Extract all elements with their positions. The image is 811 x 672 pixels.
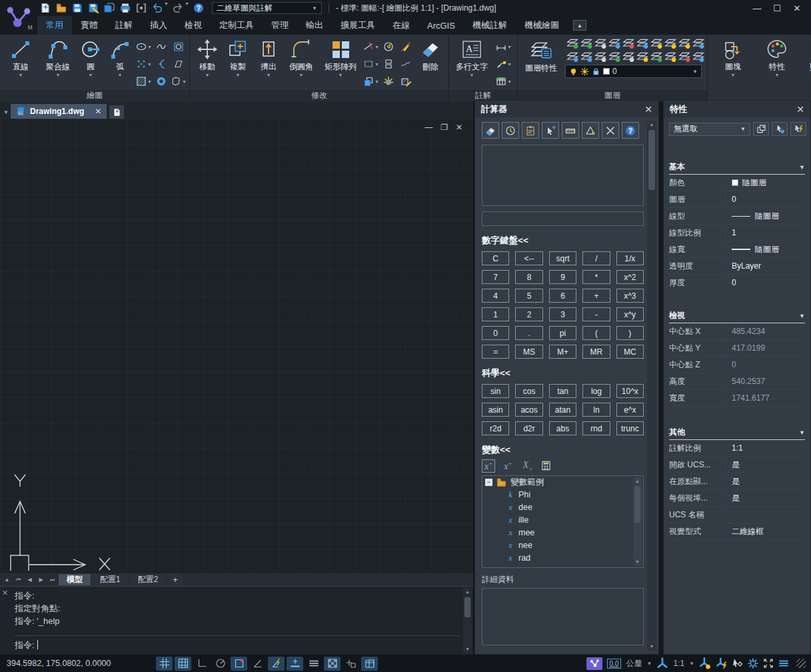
variable-row-vee[interactable]: xvee — [482, 565, 643, 568]
ribbon-tab-擴展工具[interactable]: 擴展工具 — [332, 16, 384, 35]
section-header-檢視[interactable]: 檢視▼ — [669, 309, 805, 323]
leader-button[interactable]: ▼ — [496, 59, 512, 69]
numpad-key-2[interactable]: 2 — [515, 307, 542, 321]
print-icon[interactable] — [117, 1, 133, 15]
numpad-key-6[interactable]: 6 — [549, 289, 576, 303]
new-variable-button[interactable]: x+ — [482, 459, 495, 473]
save-as-icon[interactable] — [85, 1, 101, 15]
layer-selector[interactable]: 0 ▼ — [565, 65, 702, 78]
workspace-selector[interactable]: 二維草圖與註解 ▼ — [212, 2, 322, 14]
property-row-[interactable]: 線型比例1 — [669, 225, 805, 241]
chevron-down-icon[interactable]: ▼ — [689, 661, 694, 667]
sci-key-r2d[interactable]: r2d — [482, 421, 509, 435]
ribbon-tab-插入[interactable]: 插入 — [141, 16, 176, 35]
join-button[interactable] — [383, 59, 394, 69]
ribbon-tab-註解[interactable]: 註解 — [107, 16, 141, 35]
properties-button[interactable]: 特性▼ — [758, 37, 796, 101]
first-layout-icon[interactable]: ⏮ — [13, 575, 23, 585]
clear-button[interactable] — [482, 122, 499, 139]
sci-key-d2r[interactable]: d2r — [515, 421, 542, 435]
help-icon[interactable]: ? — [191, 1, 207, 15]
clear-history-button[interactable] — [602, 122, 619, 139]
clipboard-button[interactable]: 剪貼簿▼ — [802, 37, 811, 101]
sci-key-rnd[interactable]: rnd — [582, 421, 610, 435]
sci-key-10x[interactable]: 10^x — [616, 384, 644, 398]
property-value[interactable]: 1:1 — [726, 440, 805, 456]
panel-label-modify[interactable]: 修改 — [190, 90, 448, 101]
layer-match-icon[interactable] — [580, 37, 592, 49]
open-file-icon[interactable] — [53, 1, 69, 15]
break-button[interactable] — [401, 41, 411, 52]
variable-row-ille[interactable]: xille — [482, 514, 643, 527]
fullscreen-icon[interactable] — [763, 658, 774, 669]
numpad-key-[interactable]: - — [582, 307, 610, 321]
doc-restore-button[interactable]: ❐ — [440, 123, 448, 132]
point-button[interactable]: ▼ — [136, 59, 152, 69]
numpad-key-[interactable]: ) — [616, 326, 644, 340]
wipeout-button[interactable] — [173, 59, 184, 69]
numpad-key-[interactable]: <-- — [515, 251, 542, 265]
ribbon-tab-在線[interactable]: 在線 — [384, 16, 418, 35]
toggle-pickadd-button[interactable] — [753, 122, 769, 136]
numpad-key-1[interactable]: 1 — [482, 307, 509, 321]
expand-tabs-icon[interactable]: ▲ — [2, 575, 12, 585]
numpad-key-xy[interactable]: x^y — [616, 307, 644, 321]
dimension-button[interactable]: ▼ — [496, 41, 512, 52]
last-layout-icon[interactable]: ⏭ — [47, 575, 57, 585]
annotation-scale-label[interactable]: 1:1 — [673, 659, 684, 668]
variable-row-nee[interactable]: xnee — [482, 539, 643, 552]
history-button[interactable] — [502, 122, 519, 139]
save-icon[interactable] — [69, 1, 85, 15]
calculator-scrollbar[interactable]: ▲ ▼ — [647, 121, 656, 651]
transparency-toggle[interactable] — [324, 657, 341, 671]
numpad-key-MC[interactable]: MC — [616, 345, 644, 359]
polyline-button[interactable]: 聚合線▼ — [39, 37, 77, 78]
chevron-down-icon[interactable]: ▼ — [799, 313, 805, 319]
trim-button[interactable]: ▼ — [363, 41, 379, 52]
new-file-icon[interactable] — [37, 1, 53, 15]
variable-row-mee[interactable]: xmee — [482, 527, 643, 539]
scrollbar-thumb[interactable] — [464, 597, 470, 617]
mtext-button[interactable]: A 多行文字▼ — [451, 37, 492, 78]
property-row-[interactable]: 厚度0 — [669, 275, 805, 291]
section-header-其他[interactable]: 其他▼ — [669, 425, 805, 440]
doc-close-button[interactable]: ✕ — [456, 123, 462, 132]
layer-current-icon[interactable] — [566, 51, 578, 63]
numpad-key-[interactable]: / — [582, 251, 610, 265]
table-button[interactable]: ▼ — [496, 76, 512, 87]
property-row-[interactable]: 圖層0 — [669, 191, 805, 208]
quick-properties-toggle[interactable] — [343, 657, 359, 671]
numpad-key-7[interactable]: 7 — [482, 270, 509, 284]
doc-minimize-button[interactable]: — — [424, 123, 432, 132]
donut-button[interactable] — [156, 76, 167, 87]
quick-select-button[interactable] — [790, 122, 806, 136]
new-layout-button[interactable]: + — [167, 574, 183, 585]
property-value[interactable]: 0 — [726, 191, 805, 207]
sci-key-tan[interactable]: tan — [549, 384, 576, 398]
property-value[interactable]: 1741.6177 — [726, 390, 805, 406]
paste-to-command-button[interactable] — [522, 122, 539, 139]
layer-previous-icon[interactable] — [622, 51, 634, 63]
calculator-history-box[interactable] — [482, 145, 644, 206]
property-value[interactable]: ByLayer — [726, 258, 805, 274]
layout-tab-配置1[interactable]: 配置1 — [92, 574, 129, 585]
numpad-key-C[interactable]: C — [482, 251, 509, 265]
numpad-key-MR[interactable]: MR — [582, 345, 610, 359]
ribbon-tab-機械註解[interactable]: 機械註解 — [464, 16, 516, 35]
annotation-monitor-icon[interactable] — [716, 657, 728, 669]
property-value[interactable]: 540.2537 — [726, 373, 805, 389]
layer-merge-icon[interactable] — [594, 51, 606, 63]
ribbon-tab-ArcGIS[interactable]: ArcGIS — [418, 16, 464, 35]
property-value[interactable]: 1 — [726, 225, 805, 241]
property-row-[interactable]: 顏色隨圖層 — [669, 175, 805, 191]
object-snap-toggle[interactable] — [231, 657, 247, 671]
status-menu-icon[interactable] — [778, 658, 789, 669]
sci-key-acos[interactable]: acos — [515, 403, 542, 417]
snap-toggle[interactable] — [175, 657, 191, 671]
scroll-up-icon[interactable]: ▲ — [463, 588, 472, 596]
unit-format-badge[interactable]: 0.0 — [607, 659, 622, 669]
numpad-key-x2[interactable]: x^2 — [616, 270, 644, 284]
property-value[interactable]: 隨圖層 — [726, 208, 805, 224]
chevron-down-icon[interactable]: ▼ — [799, 164, 805, 171]
selection-filter-icon[interactable] — [732, 658, 743, 669]
